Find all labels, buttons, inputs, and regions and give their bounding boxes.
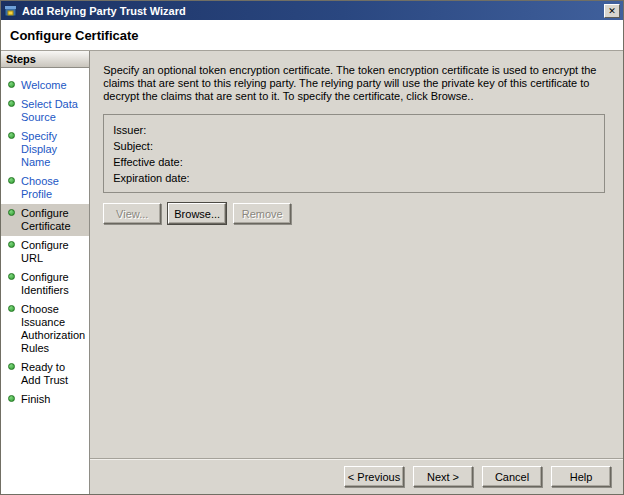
step-configure-certificate: Configure Certificate [1,204,89,236]
step-bullet-icon [8,305,15,312]
step-bullet-icon [8,81,15,88]
step-welcome[interactable]: Welcome [1,76,89,95]
step-configure-identifiers: Configure Identifiers [1,268,89,300]
step-bullet-icon [8,177,15,184]
step-bullet-icon [8,273,15,280]
previous-button[interactable]: < Previous [344,466,404,487]
step-bullet-icon [8,209,15,216]
steps-list: Welcome Select Data Source Specify Displ… [1,68,89,409]
step-choose-profile[interactable]: Choose Profile [1,172,89,204]
step-bullet-icon [8,395,15,402]
steps-header: Steps [1,51,89,68]
close-icon[interactable]: ✕ [604,4,620,18]
step-choose-issuance-authorization-rules: Choose Issuance Authorization Rules [1,300,89,358]
description-text: Specify an optional token encryption cer… [103,64,608,103]
help-button[interactable]: Help [551,466,611,487]
wizard-body: Steps Welcome Select Data Source Specify… [1,51,623,494]
expiration-date-row: Expiration date: [113,170,595,186]
step-specify-display-name[interactable]: Specify Display Name [1,127,89,172]
next-button[interactable]: Next > [413,466,473,487]
step-ready-to-add-trust: Ready to Add Trust [1,358,89,390]
wizard-window: Add Relying Party Trust Wizard ✕ Configu… [0,0,624,495]
subject-row: Subject: [113,138,595,154]
footer-divider [90,458,623,460]
step-configure-url: Configure URL [1,236,89,268]
titlebar[interactable]: Add Relying Party Trust Wizard ✕ [1,1,623,20]
issuer-row: Issuer: [113,122,595,138]
page-title: Configure Certificate [10,28,139,43]
effective-date-label: Effective date: [113,156,183,168]
view-button: View... [103,203,161,224]
expiration-date-label: Expiration date: [113,172,189,184]
step-finish: Finish [1,390,89,409]
issuer-label: Issuer: [113,124,146,136]
subject-label: Subject: [113,140,153,152]
step-bullet-icon [8,132,15,139]
certificate-buttons: View... Browse... Remove [103,203,608,224]
certificate-groupbox: Issuer: Subject: Effective date: Expirat… [103,114,605,193]
browse-button[interactable]: Browse... [168,203,226,224]
page-header: Configure Certificate [1,20,623,51]
window-title: Add Relying Party Trust Wizard [22,5,604,17]
step-select-data-source[interactable]: Select Data Source [1,95,89,127]
step-bullet-icon [8,100,15,107]
cancel-button[interactable]: Cancel [482,466,542,487]
footer-buttons: < Previous Next > Cancel Help [344,466,611,487]
content-panel: Specify an optional token encryption cer… [90,51,623,494]
remove-button: Remove [233,203,291,224]
effective-date-row: Effective date: [113,154,595,170]
step-bullet-icon [8,241,15,248]
step-bullet-icon [8,363,15,370]
steps-sidebar: Steps Welcome Select Data Source Specify… [1,51,90,494]
wizard-icon [4,4,18,18]
